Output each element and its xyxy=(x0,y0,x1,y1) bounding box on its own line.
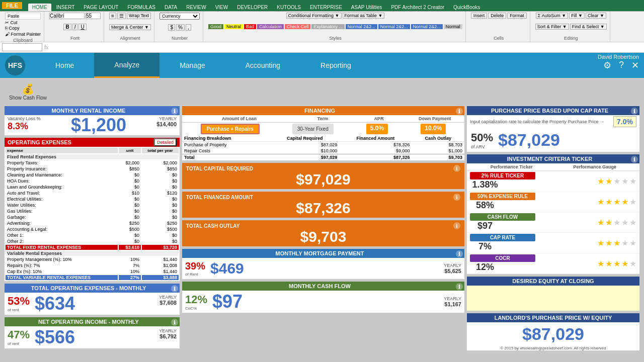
font-name-input[interactable] xyxy=(49,13,85,19)
tab-formulas[interactable]: FORMULAS xyxy=(123,4,159,11)
star-5: ★ xyxy=(629,218,636,227)
insert-button[interactable]: Insert xyxy=(471,13,488,19)
breakdown-financed: $78,326 xyxy=(339,142,412,148)
nav-manage[interactable]: Manage xyxy=(159,53,225,78)
table-row: HOA Dues:$0$0 xyxy=(6,178,179,184)
fill-button[interactable]: Fill ▼ xyxy=(569,13,585,19)
noi-info-icon[interactable]: ℹ xyxy=(171,319,178,326)
total-fixed-label: TOTAL FIXED RENTAL EXPENSES xyxy=(6,245,118,250)
ribbon-top: FILE HOME INSERT PAGE LAYOUT FORMULAS DA… xyxy=(0,0,644,11)
merge-center-button[interactable]: Merge & Center ▼ xyxy=(109,24,151,30)
underline-button[interactable]: U xyxy=(78,24,86,30)
show-cashflow-label: Show Cash Flow xyxy=(9,95,47,101)
expense-total: $0 xyxy=(142,239,179,244)
formula-input[interactable] xyxy=(51,44,642,50)
tab-kutools[interactable]: KUTOOLS xyxy=(273,4,305,11)
expense-name: Other 2: xyxy=(6,239,118,244)
conditional-format-button[interactable]: Conditional Formatting ▼ xyxy=(286,13,342,19)
star-3: ★ xyxy=(613,259,620,268)
expense-name: Advertising: xyxy=(6,221,118,226)
format-as-table-button[interactable]: Format as Table ▼ xyxy=(343,13,385,19)
noi-yearly-section: YEARLY $6,792 xyxy=(159,328,177,346)
expense-value: 10% xyxy=(119,269,141,274)
align-left-button[interactable]: ≡ xyxy=(109,13,116,19)
clear-button[interactable]: Clear ▼ xyxy=(586,13,606,19)
mortgage-yearly-label: YEARLY xyxy=(444,263,461,268)
comma-button[interactable]: , xyxy=(186,24,191,31)
expense-total: $0 xyxy=(142,209,179,214)
format-button[interactable]: Format xyxy=(507,13,527,19)
nav-home[interactable]: Home xyxy=(35,53,94,78)
delete-button[interactable]: Delete xyxy=(488,13,506,19)
tab-view[interactable]: VIEW xyxy=(211,4,232,11)
criteria-row-2pct: 2% RULE TICKER 1.38% ★ ★ ★ ★ ★ xyxy=(467,171,639,192)
tab-enterprise[interactable]: ENTERPRISE xyxy=(306,4,346,11)
tab-page-layout[interactable]: PAGE LAYOUT xyxy=(79,4,122,11)
breakdown-total-financed: $87,326 xyxy=(339,154,412,161)
expense-name: Other 1: xyxy=(6,233,118,238)
find-select-button[interactable]: Find & Select ▼ xyxy=(570,24,607,30)
align-center-button[interactable]: ☰ xyxy=(117,13,126,19)
tab-review[interactable]: REVIEW xyxy=(182,4,210,11)
wrap-text-button[interactable]: Wrap Text xyxy=(127,13,151,19)
col-loan: Amount of Loan xyxy=(184,116,294,121)
number-format-select[interactable]: Currency General Number Percentage xyxy=(159,13,200,20)
expense-value: $0 xyxy=(119,209,141,214)
help-icon[interactable]: ? xyxy=(619,60,624,71)
tab-quickbooks[interactable]: QuickBooks xyxy=(449,4,484,11)
nav-reporting[interactable]: Reporting xyxy=(300,53,371,78)
show-cashflow-button[interactable]: 💰 Show Cash Flow xyxy=(4,79,52,105)
tab-pdf[interactable]: PDF Architect 2 Creator xyxy=(387,4,448,11)
file-tab[interactable]: FILE xyxy=(2,2,22,9)
tab-developer[interactable]: DEVELOPER xyxy=(233,4,272,11)
total-op-info-icon[interactable]: ℹ xyxy=(171,285,178,292)
mortgage-info-icon[interactable]: ℹ xyxy=(456,250,463,257)
paste-button[interactable]: Paste xyxy=(5,13,41,20)
percent-button[interactable]: % xyxy=(176,24,185,31)
rental-income-info-icon[interactable]: ℹ xyxy=(171,108,178,115)
noi-header: NET OPERATING INCOME - MONTHLY ℹ xyxy=(5,317,180,326)
expense-total: $0 xyxy=(142,172,179,177)
tab-home[interactable]: HOME xyxy=(28,4,51,11)
format-painter-button[interactable]: 🖌 Format Painter xyxy=(5,32,41,37)
tab-data[interactable]: DATA xyxy=(160,4,181,11)
total-financed-label: TOTAL FINANCED AMOUNT xyxy=(186,195,253,200)
settings-icon[interactable]: ⚙ xyxy=(603,60,611,71)
cap-rate-header: PURCHASE PRICE BASED UPON CAP RATE ℹ xyxy=(467,106,639,115)
clipboard-label: Clipboard xyxy=(13,38,33,43)
cut-button[interactable]: ✂ Cut xyxy=(5,20,18,25)
noi-pct-section: 47% of rent xyxy=(8,328,35,346)
financing-info-icon[interactable]: ℹ xyxy=(456,108,463,115)
mortgage-pct-section: 39% of Rent xyxy=(185,260,205,277)
purchase-repairs-button[interactable]: Purchase + Repairs xyxy=(201,124,260,134)
dollar-button[interactable]: $ xyxy=(168,24,175,31)
bold-button[interactable]: B xyxy=(63,24,71,30)
total-capital-info-icon[interactable]: ℹ xyxy=(453,165,460,172)
font-size-input[interactable] xyxy=(86,13,101,19)
cap-rate-info-icon[interactable]: ℹ xyxy=(631,108,638,115)
criteria-info-icon[interactable]: ℹ xyxy=(631,156,638,163)
star-4: ★ xyxy=(621,238,628,248)
expense-total: $0 xyxy=(142,178,179,184)
tab-insert[interactable]: INSERT xyxy=(52,4,79,11)
italic-button[interactable]: I xyxy=(72,24,78,30)
copy-button[interactable]: ⎘ Copy xyxy=(5,26,20,31)
close-icon[interactable]: ✕ xyxy=(631,60,639,71)
nav-accounting[interactable]: Accounting xyxy=(225,53,300,78)
sort-filter-button[interactable]: Sort & Filter ▼ xyxy=(535,24,569,30)
total-cash-info-icon[interactable]: ℹ xyxy=(453,222,460,229)
ribbon-tab-bar: HOME INSERT PAGE LAYOUT FORMULAS DATA RE… xyxy=(26,0,486,11)
col-term: Term xyxy=(295,116,350,121)
name-box[interactable] xyxy=(2,43,42,51)
detailed-button[interactable]: Detailed xyxy=(154,138,177,146)
stars-50pct: ★ ★ ★ ★ ★ xyxy=(597,197,636,207)
autosum-button[interactable]: Σ AutoSum ▼ xyxy=(536,13,569,19)
monthly-cashflow-info-icon[interactable]: ℹ xyxy=(456,283,463,290)
30year-fixed-button[interactable]: 30-Year Fixed xyxy=(292,124,334,134)
total-financed-info-icon[interactable]: ℹ xyxy=(453,194,460,201)
ribbon-content: Paste ✂ Cut ⎘ Copy 🖌 Format Painter Clip… xyxy=(0,11,644,42)
nav-analyze[interactable]: Analyze xyxy=(94,53,159,78)
variable-header-row: Variable Rental Expenses xyxy=(6,251,179,256)
expense-value: $500 xyxy=(119,227,141,232)
tab-asap[interactable]: ASAP Utilities xyxy=(347,4,386,11)
